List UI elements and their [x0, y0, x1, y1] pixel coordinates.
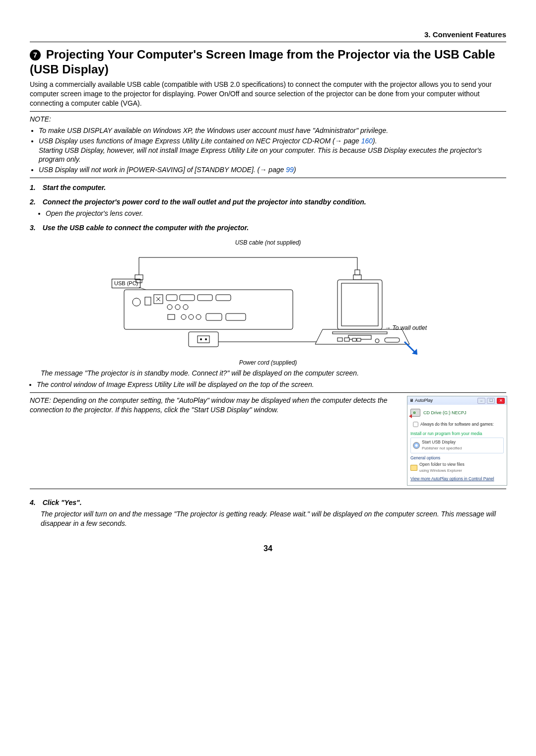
autoplay-titlebar: 🖥 AutoPlay – ☐ ✕	[407, 396, 507, 405]
svg-point-19	[175, 305, 180, 310]
control-window-note: The control window of Image Express Util…	[37, 380, 506, 389]
option-label: Open folder to view files	[419, 462, 465, 467]
general-group-label: General options	[410, 455, 504, 461]
svg-rect-6	[355, 270, 360, 275]
note-text: USB Display will not work in [POWER-SAVI…	[39, 166, 286, 174]
step-2-sublist: Open the projector's lens cover.	[46, 209, 506, 218]
svg-rect-15	[180, 295, 195, 301]
window-controls: – ☐ ✕	[477, 397, 505, 404]
step-2-sub-item: Open the projector's lens cover.	[46, 209, 506, 218]
drive-row: CD Drive (G:) NECPJ	[410, 409, 504, 417]
minimize-icon[interactable]: –	[477, 398, 485, 404]
svg-rect-5	[353, 275, 361, 280]
after-diagram-list: The control window of Image Express Util…	[37, 380, 506, 389]
svg-rect-21	[168, 315, 175, 319]
step-3: 3. Use the USB cable to connect the comp…	[30, 223, 506, 233]
svg-rect-39	[344, 338, 349, 341]
step-2: 2. Connect the projector's power cord to…	[30, 197, 506, 207]
note-item: USB Display will not work in [POWER-SAVI…	[39, 165, 506, 175]
note-top-rule	[30, 111, 506, 112]
svg-point-9	[133, 298, 140, 306]
note-text: USB Display uses functions of Image Expr…	[39, 137, 361, 145]
page-link[interactable]: 160	[361, 137, 373, 145]
step-4-body: The projector will turn on and the messa…	[41, 509, 506, 528]
note-item: To make USB DISPLAY available on Windows…	[39, 126, 506, 135]
step-4: 4. Click "Yes".	[30, 498, 506, 507]
step-1: 1. Start the computer.	[30, 183, 506, 192]
svg-rect-17	[216, 295, 231, 301]
standby-message: The message "The projector is in standby…	[41, 369, 506, 378]
drive-label: CD Drive (G:) NECPJ	[423, 410, 467, 416]
svg-rect-10	[145, 297, 151, 305]
close-icon[interactable]: ✕	[497, 398, 505, 404]
note-text: ).	[373, 137, 377, 145]
usb-pc-label: USB (PC)	[112, 279, 140, 288]
svg-rect-38	[337, 338, 342, 341]
section-title-text: Projecting Your Computer's Screen Image …	[30, 48, 495, 76]
always-label: Always do this for software and games:	[420, 422, 494, 427]
svg-point-29	[200, 338, 202, 340]
autoplay-title: AutoPlay	[415, 398, 433, 403]
install-group-label: Install or run program from your media	[410, 431, 504, 437]
svg-rect-28	[198, 336, 209, 343]
note-item: USB Display uses functions of Image Expr…	[39, 136, 506, 165]
page-number: 34	[30, 543, 506, 554]
chapter-header: 3. Convenient Features	[30, 30, 506, 40]
autoplay-window: 🖥 AutoPlay – ☐ ✕ CD Drive (G:) NECPJ Alw…	[407, 396, 507, 486]
always-checkbox[interactable]	[413, 422, 418, 427]
svg-point-18	[167, 305, 172, 310]
autoplay-note-text: NOTE: Depending on the computer setting,…	[30, 396, 399, 415]
svg-point-24	[196, 315, 201, 319]
svg-rect-26	[226, 314, 246, 320]
cd-drive-icon	[410, 409, 420, 417]
note2-top-rule	[30, 392, 506, 393]
option-sublabel: using Windows Explorer	[419, 468, 462, 473]
always-do-this-row[interactable]: Always do this for software and games:	[410, 420, 504, 429]
connection-diagram: USB cable (not supplied) USB (PC)	[109, 239, 427, 367]
usb-cable-label: USB cable (not supplied)	[109, 239, 427, 247]
section-number-icon: 7	[30, 50, 41, 61]
section-title: 7 Projecting Your Computer's Screen Imag…	[30, 47, 506, 77]
svg-rect-25	[206, 314, 222, 320]
note2-bottom-rule	[30, 489, 506, 489]
option-label: Start USB Display	[422, 440, 456, 444]
intro-paragraph: Using a commercially available USB cable…	[30, 80, 506, 108]
open-folder-option[interactable]: Open folder to view filesusing Windows E…	[410, 461, 504, 474]
svg-rect-34	[333, 332, 387, 334]
note-text: Starting USB Display, however, will not …	[39, 146, 482, 164]
svg-point-23	[189, 315, 194, 319]
svg-point-20	[183, 305, 188, 310]
svg-rect-33	[341, 283, 378, 326]
svg-rect-16	[198, 295, 212, 301]
to-wall-label: → To wall outlet	[385, 324, 427, 332]
power-cord-label: Power cord (supplied)	[109, 359, 427, 367]
svg-point-36	[375, 339, 379, 343]
program-icon	[413, 442, 420, 449]
svg-point-30	[205, 338, 207, 340]
svg-rect-37	[385, 338, 400, 342]
note-list: To make USB DISPLAY available on Windows…	[30, 126, 506, 175]
start-usb-display-option[interactable]: Start USB DisplayPublisher not specified	[410, 438, 504, 453]
page-link[interactable]: 99	[286, 166, 294, 174]
autoplay-note-row: NOTE: Depending on the computer setting,…	[30, 396, 506, 486]
view-more-link[interactable]: View more AutoPlay options in Control Pa…	[410, 476, 504, 482]
folder-icon	[410, 465, 417, 471]
option-sublabel: Publisher not specified	[422, 446, 462, 450]
maximize-icon[interactable]: ☐	[487, 398, 495, 404]
svg-rect-14	[166, 295, 177, 301]
svg-point-22	[181, 315, 186, 319]
projector-illustration: USB (PC)	[109, 248, 427, 362]
note-bottom-rule	[30, 178, 506, 178]
header-rule	[30, 42, 506, 42]
note-text: )	[294, 166, 296, 174]
note-label: NOTE:	[30, 115, 506, 124]
